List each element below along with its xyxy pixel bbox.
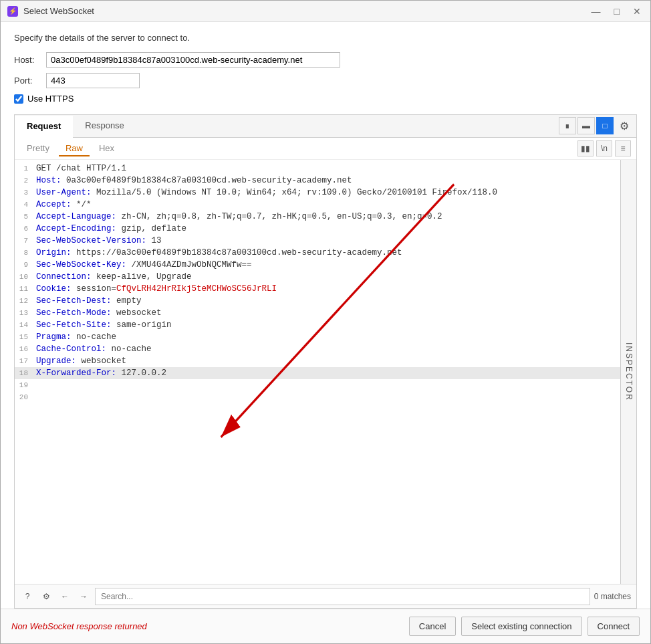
wrap-view-button[interactable]: □ — [596, 117, 614, 134]
lines-view-button[interactable]: ▬ — [577, 117, 595, 134]
line-number: 15 — [15, 331, 33, 343]
line-number: 5 — [15, 211, 33, 223]
line-number: 10 — [15, 271, 33, 283]
hex-tab[interactable]: Hex — [92, 141, 121, 156]
table-row: 14Sec-Fetch-Site: same-origin — [15, 319, 620, 331]
https-checkbox[interactable] — [14, 94, 23, 104]
sub-tab-bar: Pretty Raw Hex ▮▮ \n ≡ — [15, 138, 636, 160]
forward-icon: → — [80, 592, 88, 601]
connect-button[interactable]: Connect — [588, 617, 640, 636]
menu-button[interactable]: ≡ — [615, 140, 631, 156]
back-button[interactable]: ← — [57, 589, 72, 604]
table-row: 13Sec-Fetch-Mode: websocket — [15, 307, 620, 319]
menu-icon: ≡ — [620, 144, 625, 153]
cancel-button[interactable]: Cancel — [409, 617, 456, 636]
maximize-button[interactable]: □ — [612, 6, 622, 17]
line-content: GET /chat HTTP/1.1 — [33, 163, 620, 175]
search-input[interactable] — [95, 588, 590, 605]
line-number: 18 — [15, 367, 33, 379]
line-number: 9 — [15, 259, 33, 271]
table-row: 1GET /chat HTTP/1.1 — [15, 163, 620, 175]
wrap-icon: □ — [602, 121, 607, 130]
close-button[interactable]: ✕ — [630, 6, 644, 17]
line-content: Upgrade: websocket — [33, 355, 620, 367]
grid-icon: ∎ — [565, 121, 570, 130]
line-number: 16 — [15, 343, 33, 355]
line-number: 6 — [15, 223, 33, 235]
table-row: 17Upgrade: websocket — [15, 355, 620, 367]
line-number: 19 — [15, 379, 33, 391]
text-view-button[interactable]: ▮▮ — [577, 140, 594, 156]
request-tab[interactable]: Request — [15, 116, 73, 138]
settings-button[interactable]: ⚙ — [615, 117, 634, 136]
table-row: 5Accept-Language: zh-CN, zh;q=0.8, zh-TW… — [15, 211, 620, 223]
table-row: 8Origin: https://0a3c00ef0489f9b18384c87… — [15, 247, 620, 259]
https-checkbox-row: Use HTTPS — [14, 94, 637, 104]
line-content: Accept-Encoding: gzip, deflate — [33, 223, 620, 235]
newline-icon: \n — [601, 144, 608, 153]
line-number: 2 — [15, 175, 33, 187]
table-row: 10Connection: keep-alive, Upgrade — [15, 271, 620, 283]
tab-header-icons: ∎ ▬ □ ⚙ — [559, 117, 636, 136]
help-icon: ? — [25, 592, 30, 601]
table-row: 16Cache-Control: no-cache — [15, 343, 620, 355]
table-row: 18X-Forwarded-For: 127.0.0.2 — [15, 367, 620, 379]
description-text: Specify the details of the server to con… — [14, 33, 637, 43]
line-content: Sec-WebSocket-Key: /XMU4G4AZDmJwObNQCMWf… — [33, 259, 620, 271]
inspector-panel: INSPECTOR — [620, 160, 636, 584]
raw-tab[interactable]: Raw — [59, 141, 90, 156]
line-content: Cookie: session=CfQvLRH42HrRIkj5teMCHWoS… — [33, 283, 620, 295]
error-message: Non WebSocket response returned — [11, 621, 404, 631]
select-existing-button[interactable]: Select existing connection — [461, 617, 581, 636]
back-icon: ← — [61, 592, 69, 601]
table-row: 7Sec-WebSocket-Version: 13 — [15, 235, 620, 247]
settings-icon: ⚙ — [43, 592, 50, 601]
line-content — [33, 391, 620, 403]
window-title: Select WebSocket — [23, 6, 94, 16]
line-content: Pragma: no-cache — [33, 331, 620, 343]
help-button[interactable]: ? — [20, 589, 35, 604]
port-label: Port: — [14, 76, 41, 86]
tab-section: Request Response ∎ ▬ □ ⚙ — [14, 114, 637, 609]
table-row: 15Pragma: no-cache — [15, 331, 620, 343]
https-label: Use HTTPS — [27, 94, 74, 104]
host-input[interactable] — [46, 52, 340, 68]
host-row: Host: — [14, 52, 637, 68]
response-tab[interactable]: Response — [73, 115, 136, 137]
code-editor[interactable]: 1GET /chat HTTP/1.12Host: 0a3c00ef0489f9… — [15, 160, 620, 584]
line-number: 4 — [15, 199, 33, 211]
line-content: Origin: https://0a3c00ef0489f9b18384c87a… — [33, 247, 620, 259]
line-content: Sec-WebSocket-Version: 13 — [33, 235, 620, 247]
title-bar-left: ⚡ Select WebSocket — [7, 6, 94, 17]
table-row: 3User-Agent: Mozilla/5.0 (Windows NT 10.… — [15, 187, 620, 199]
code-lines: 1GET /chat HTTP/1.12Host: 0a3c00ef0489f9… — [15, 160, 620, 406]
search-settings-button[interactable]: ⚙ — [39, 589, 53, 604]
newline-button[interactable]: \n — [596, 140, 612, 156]
grid-view-button[interactable]: ∎ — [559, 117, 576, 134]
port-input[interactable] — [46, 73, 140, 88]
line-content: Cache-Control: no-cache — [33, 343, 620, 355]
table-row: 4Accept: */* — [15, 199, 620, 211]
sub-tab-icons: ▮▮ \n ≡ — [577, 140, 631, 156]
forward-button[interactable]: → — [76, 589, 91, 604]
title-controls: — □ ✕ — [589, 6, 644, 17]
line-content: User-Agent: Mozilla/5.0 (Windows NT 10.0… — [33, 187, 620, 199]
pretty-tab[interactable]: Pretty — [20, 141, 56, 156]
line-content: Sec-Fetch-Site: same-origin — [33, 319, 620, 331]
line-number: 14 — [15, 319, 33, 331]
line-content: X-Forwarded-For: 127.0.0.2 — [33, 367, 620, 379]
matches-count: 0 matches — [594, 592, 631, 601]
host-label: Host: — [14, 55, 41, 65]
text-icon: ▮▮ — [581, 144, 590, 153]
window-content: Specify the details of the server to con… — [1, 22, 650, 609]
line-content: Host: 0a3c00ef0489f9b18384c87a003100cd.w… — [33, 175, 620, 187]
table-row: 12Sec-Fetch-Dest: empty — [15, 295, 620, 307]
line-content: Sec-Fetch-Dest: empty — [33, 295, 620, 307]
table-row: 9Sec-WebSocket-Key: /XMU4G4AZDmJwObNQCMW… — [15, 259, 620, 271]
app-icon: ⚡ — [7, 6, 18, 17]
line-number: 7 — [15, 235, 33, 247]
line-content — [33, 379, 620, 391]
table-row: 19 — [15, 379, 620, 391]
line-number: 12 — [15, 295, 33, 307]
minimize-button[interactable]: — — [589, 6, 604, 17]
